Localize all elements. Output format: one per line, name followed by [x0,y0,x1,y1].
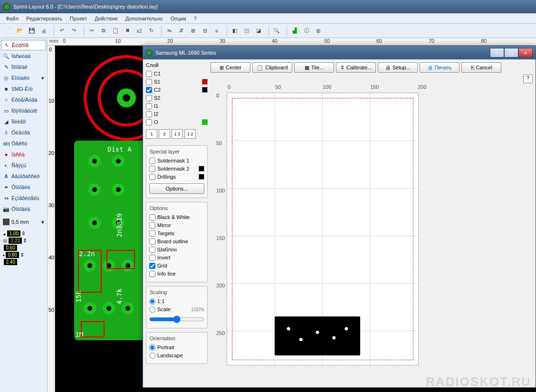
paper-preview[interactable] [227,93,419,365]
opt-template[interactable]: Шаблон [149,246,204,253]
opt-invert[interactable]: Invert [149,254,204,261]
tile-button[interactable]: ▦Tile... [294,62,334,73]
dialog-titlebar[interactable]: Samsung ML-1660 Series ─ ▢ ✕ [143,46,536,59]
tool-mask[interactable]: ●Ìàñêà [1,149,46,160]
close-button[interactable]: ✕ [518,48,533,57]
layer-btn-1[interactable]: 1 [146,129,157,139]
tool-photo[interactable]: 📷Ôîòîâèä [1,204,46,214]
opt-bw[interactable]: Black & White [149,213,204,221]
open-icon[interactable]: 📂 [15,26,25,36]
print-icon[interactable]: 🖨 [38,26,49,36]
save-icon[interactable]: 💾 [27,26,37,36]
menu-edit[interactable]: Редактировать [26,16,62,21]
tool-cursor[interactable]: ↖Êóðñîð [1,40,46,50]
tool-measure[interactable]: ⇔Èçìåðèòåëü [1,193,46,203]
layer-btn-2[interactable]: 2 [159,129,170,139]
minimize-button[interactable]: ─ [490,48,504,57]
tool-circle[interactable]: ○Êðóã/Äóãà [1,95,46,105]
maximize-button[interactable]: ▢ [504,48,518,57]
print-preview[interactable]: 0 50 100 150 200 0 50 100 150 200 250 [211,83,533,384]
param-smd-w[interactable]: 0.80 [6,252,19,258]
tool-autoroute[interactable]: AÀâòîðàññèð [1,171,46,182]
group-icon[interactable]: ⊞ [188,26,198,36]
new-icon[interactable]: 📄 [3,26,13,36]
dialog-toolbar: ⊞Center 📋Clipboard ▦Tile... ⇕Calibrate..… [211,62,533,73]
paste-icon[interactable]: 📋 [110,26,121,36]
tool-pad[interactable]: ◎Êîíòàêò▾ [1,73,46,83]
cut-icon[interactable]: ✂ [86,26,97,36]
opt-grid[interactable]: Grid [149,262,204,269]
opt-outline[interactable]: Board outline [149,238,204,245]
drillings[interactable]: Drillings [149,173,204,181]
special-options-button[interactable]: Options... [149,183,204,194]
layer-i1[interactable]: I1 [146,102,208,110]
layer-i2[interactable]: I2 [146,110,208,118]
layer-o[interactable]: O [146,118,208,126]
align-icon[interactable]: ≡ [211,26,222,36]
orient-portrait[interactable]: Portrait [149,344,204,351]
undo-icon[interactable]: ↶ [57,26,67,36]
part-icon[interactable]: ◪ [253,26,264,36]
cancel-button[interactable]: ⎘Cancel [461,62,501,73]
fliph-icon[interactable]: ⇋ [164,26,174,36]
clipboard-button[interactable]: 📋Clipboard [252,62,292,73]
scale-free[interactable]: Scale:100% [149,306,204,313]
layer-c2[interactable]: C2 [146,86,208,94]
soldermask1[interactable]: Soldermask 1 [149,157,204,164]
grid-selector[interactable]: 0,5 mm ▾ [1,219,46,225]
param-smd-h[interactable]: 2.40 [4,259,17,265]
soldermask2[interactable]: Soldermask 2 [149,165,204,172]
layer-c1[interactable]: C1 [146,70,208,77]
dup-icon[interactable]: x2 [134,26,144,36]
center-button[interactable]: ⊞Center [211,62,250,73]
scale-1-1[interactable]: 1:1 [149,297,204,305]
opt-targets[interactable]: Targets [149,229,204,237]
delete-icon[interactable]: ✖ [122,26,133,36]
info-icon[interactable]: ⓘ [301,26,312,36]
combine-icon[interactable]: ▟ [289,26,300,36]
opt-info[interactable]: Info line [149,270,204,277]
copy-icon[interactable]: ⧉ [98,26,109,36]
menu-options[interactable]: Опции [171,16,186,21]
param-width[interactable]: 1.00 [7,230,20,237]
param-pad-outer[interactable]: 2.22 [9,238,22,244]
menu-extra[interactable]: Дополнительно [125,16,163,21]
ungroup-icon[interactable]: ⊟ [200,26,210,36]
circle-icon: ○ [3,97,10,103]
flipv-icon[interactable]: ⇵ [176,26,186,36]
tool-rect[interactable]: ▭Ïðÿìîóãëüíê [1,105,46,116]
menu-project[interactable]: Проект [70,16,87,21]
opt-mirror[interactable]: Mirror [149,221,204,229]
dropdown-icon: ▾ [41,219,44,225]
layer-icon[interactable]: ◧ [230,26,240,36]
scale-slider[interactable] [149,316,204,323]
redo-icon[interactable]: ↷ [68,26,79,36]
app-icon [3,3,10,10]
zoom-icon[interactable]: 🔍 [271,26,282,36]
tool-test[interactable]: ✒Ôîòîâèä [1,182,46,192]
orient-landscape[interactable]: Landscape [149,352,204,359]
tool-shape[interactable]: ◊Ôèãóðà [1,127,46,138]
tool-zoom[interactable]: 🔍Ìàñøòàá [1,51,46,61]
menu-actions[interactable]: Действия [95,16,117,21]
tool-smd[interactable]: ■SMD-Êíò [1,84,46,94]
param-pad-inner[interactable]: 0.60 [4,245,17,251]
layer-btn-4[interactable]: 1 2 [184,129,196,139]
rotate-icon[interactable]: ↻ [146,26,156,36]
layer-btn-3[interactable]: 1 2 [172,129,183,139]
layer-s1[interactable]: S1 [146,78,208,86]
tool-poly[interactable]: ◢Ïîëèãîí [1,116,46,127]
library-icon[interactable]: ◫ [241,26,252,36]
help-button[interactable]: ? [523,75,533,83]
tool-conn[interactable]: •.Ñâÿçü [1,160,46,171]
setup-button[interactable]: 🖨Setup... [378,62,418,73]
layer-s2[interactable]: S2 [146,94,208,102]
pcb-preview-artwork[interactable] [275,316,360,355]
menu-file[interactable]: Файл [6,16,19,21]
tool-track[interactable]: ✎Ïðîâîäê [1,62,46,72]
print-button[interactable]: 🖨Печать [420,62,459,73]
tool-text[interactable]: ab|Òåêñò [1,138,46,149]
menu-help[interactable]: ? [194,16,197,21]
drc-icon[interactable]: ◍ [313,26,324,36]
calibrate-button[interactable]: ⇕Calibrate... [336,62,376,73]
